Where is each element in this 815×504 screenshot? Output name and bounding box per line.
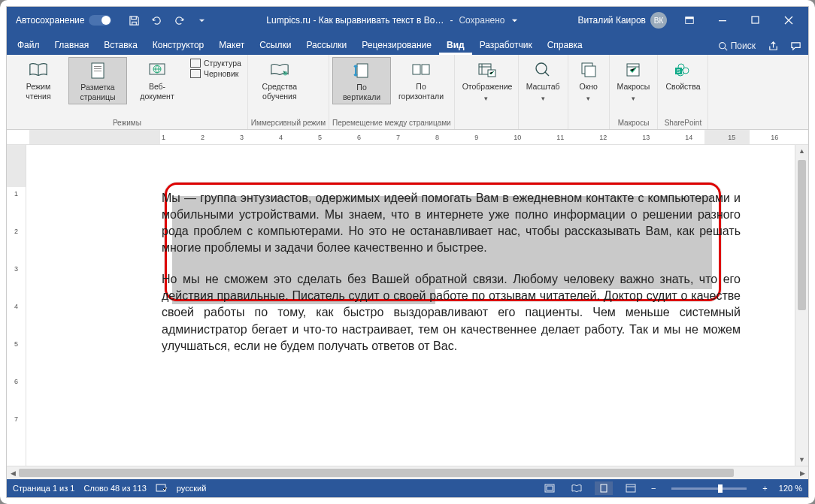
page-icon [89, 60, 106, 81]
scroll-right-icon[interactable]: ▶ [796, 469, 808, 477]
svg-rect-13 [413, 65, 420, 74]
status-bar: Страница 1 из 1 Слово 48 из 113 русский … [7, 479, 808, 497]
zoom-out-icon[interactable]: − [649, 484, 658, 493]
vertical-ruler[interactable]: 1234567 [7, 145, 26, 466]
svg-point-17 [536, 63, 547, 74]
svg-rect-12 [357, 64, 368, 77]
chevron-down-icon: ▾ [541, 95, 545, 103]
group-label: Макросы [613, 117, 655, 129]
scroll-thumb[interactable] [798, 160, 806, 310]
horizontal-icon [411, 59, 432, 80]
scroll-up-icon[interactable]: ▲ [795, 145, 808, 157]
side-to-side-button[interactable]: По горизонтали [392, 57, 450, 103]
print-layout-button[interactable]: Разметка страницы [68, 57, 127, 104]
group-label: SharePoint [661, 117, 704, 129]
svg-rect-14 [422, 65, 429, 74]
svg-rect-28 [547, 486, 553, 490]
title-bar: Автосохранение Lumpics.ru - Как выравнив… [7, 7, 808, 34]
zoom-slider[interactable] [671, 487, 747, 490]
horizontal-scrollbar[interactable]: ◀ ▶ [7, 466, 808, 479]
avatar: ВК [650, 12, 667, 29]
close-icon[interactable] [772, 7, 805, 34]
draft-button[interactable]: Черновик [190, 69, 241, 78]
horizontal-ruler[interactable]: 1234567891011121314151617 [7, 130, 808, 145]
outline-button[interactable]: Структура [190, 59, 241, 68]
chevron-down-icon [511, 17, 518, 24]
svg-rect-30 [626, 484, 635, 492]
window-icon [580, 59, 598, 80]
page-indicator[interactable]: Страница 1 из 1 [13, 484, 74, 493]
window-button[interactable]: Окно ▾ [571, 57, 606, 104]
document-area[interactable]: Мы — группа энтузиастов, одержимых идеей… [26, 145, 795, 466]
scroll-thumb[interactable] [19, 469, 734, 477]
svg-text:S: S [677, 68, 680, 74]
show-button[interactable]: Отображение ▾ [458, 57, 515, 104]
chevron-down-icon: ▾ [632, 95, 635, 103]
tab-developer[interactable]: Разработчик [472, 36, 540, 55]
user-account[interactable]: Виталий Каиров ВК [571, 12, 673, 29]
scroll-down-icon[interactable]: ▼ [795, 454, 808, 466]
draft-icon [190, 69, 201, 78]
tab-references[interactable]: Ссылки [252, 36, 298, 55]
svg-rect-8 [94, 71, 101, 71]
redo-icon[interactable] [168, 10, 189, 31]
web-layout-view-icon[interactable] [622, 481, 640, 495]
tab-home[interactable]: Главная [47, 36, 97, 55]
word-count[interactable]: Слово 48 из 113 [83, 484, 146, 493]
tab-design[interactable]: Конструктор [145, 36, 211, 55]
group-label: Перемещение между страницами [332, 117, 451, 129]
minimize-icon[interactable] [706, 7, 739, 34]
show-icon [477, 59, 496, 80]
reading-mode-button[interactable]: Режим чтения [10, 57, 67, 103]
tab-help[interactable]: Справка [540, 36, 590, 55]
svg-rect-6 [94, 66, 101, 67]
zoom-in-icon[interactable]: + [760, 484, 769, 493]
web-layout-button[interactable]: Веб-документ [129, 57, 186, 103]
tab-review[interactable]: Рецензирование [354, 36, 439, 55]
scroll-left-icon[interactable]: ◀ [7, 469, 19, 477]
spellcheck-icon[interactable] [156, 483, 168, 493]
tab-mailings[interactable]: Рассылки [298, 36, 354, 55]
globe-icon [148, 59, 166, 80]
qat-dropdown-icon[interactable] [191, 10, 212, 31]
autosave-toggle[interactable]: Автосохранение [10, 15, 117, 26]
zoom-level[interactable]: 120 % [779, 484, 802, 493]
svg-rect-2 [719, 20, 726, 21]
macros-button[interactable]: Макросы ▾ [613, 57, 655, 104]
properties-button[interactable]: S Свойства [661, 57, 704, 94]
toggle-switch-icon [89, 15, 111, 26]
svg-rect-29 [601, 484, 607, 492]
search-icon [718, 41, 728, 51]
tab-view[interactable]: Вид [439, 36, 472, 55]
vertical-icon [353, 60, 370, 81]
learning-tools-button[interactable]: Средства обучения [251, 57, 308, 103]
share-icon[interactable] [763, 37, 783, 55]
save-icon[interactable] [123, 10, 144, 31]
maximize-icon[interactable] [739, 7, 772, 34]
svg-rect-7 [94, 68, 101, 69]
print-layout-view-icon[interactable] [595, 481, 613, 495]
search-box[interactable]: Поиск [714, 38, 760, 53]
language-indicator[interactable]: русский [177, 484, 206, 493]
document-title: Lumpics.ru - Как выравнивать текст в Во…… [212, 15, 571, 26]
svg-rect-3 [752, 17, 759, 23]
ribbon-options-icon[interactable] [673, 7, 706, 34]
zoom-button[interactable]: Масштаб ▾ [522, 57, 565, 104]
paragraph-2[interactable]: Но мы не сможем это сделать без Вашей об… [162, 271, 741, 354]
vertical-button[interactable]: По вертикали [332, 57, 391, 104]
group-label: Иммерсивный режим [251, 117, 326, 129]
outline-icon [190, 59, 201, 68]
vertical-scrollbar[interactable]: ▲ ▼ [795, 145, 808, 466]
read-mode-view-icon[interactable] [568, 481, 586, 495]
tab-layout[interactable]: Макет [211, 36, 252, 55]
book-icon [29, 59, 48, 80]
svg-rect-19 [585, 66, 595, 77]
focus-view-icon[interactable] [541, 481, 559, 495]
learning-icon [270, 59, 289, 80]
tab-file[interactable]: Файл [10, 36, 47, 55]
quick-access-toolbar [123, 10, 212, 31]
undo-icon[interactable] [146, 10, 167, 31]
comments-icon[interactable] [786, 37, 805, 55]
paragraph-1[interactable]: Мы — группа энтузиастов, одержимых идеей… [162, 190, 741, 256]
tab-insert[interactable]: Вставка [96, 36, 145, 55]
